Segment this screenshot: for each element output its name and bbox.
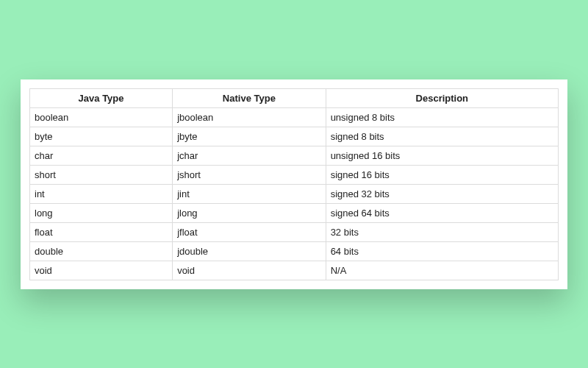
table-row: long jlong signed 64 bits (30, 203, 559, 222)
cell-description: signed 16 bits (326, 165, 558, 184)
cell-java-type: char (30, 146, 173, 165)
table-row: short jshort signed 16 bits (30, 165, 559, 184)
cell-description: N/A (326, 261, 558, 280)
cell-description: 64 bits (326, 241, 558, 261)
table-row: byte jbyte signed 8 bits (30, 127, 559, 146)
cell-description: 32 bits (326, 222, 558, 241)
table-row: void void N/A (30, 261, 559, 280)
cell-native-type: void (173, 261, 326, 280)
cell-native-type: jchar (173, 146, 326, 165)
cell-java-type: double (30, 241, 173, 261)
cell-native-type: jshort (173, 165, 326, 184)
cell-description: signed 64 bits (326, 203, 558, 222)
cell-java-type: boolean (30, 107, 173, 127)
cell-native-type: jfloat (173, 222, 326, 241)
cell-native-type: jlong (173, 203, 326, 222)
cell-java-type: float (30, 222, 173, 241)
cell-java-type: short (30, 165, 173, 184)
table-header-row: Java Type Native Type Description (30, 88, 559, 107)
cell-description: signed 32 bits (326, 184, 558, 203)
cell-description: unsigned 16 bits (326, 146, 558, 165)
table-row: char jchar unsigned 16 bits (30, 146, 559, 165)
cell-native-type: jdouble (173, 241, 326, 261)
cell-java-type: long (30, 203, 173, 222)
cell-java-type: void (30, 261, 173, 280)
col-header-native-type: Native Type (173, 88, 326, 107)
cell-java-type: byte (30, 127, 173, 146)
table-panel: Java Type Native Type Description boolea… (21, 79, 567, 289)
cell-native-type: jint (173, 184, 326, 203)
table-row: float jfloat 32 bits (30, 222, 559, 241)
col-header-java-type: Java Type (30, 88, 173, 107)
cell-java-type: int (30, 184, 173, 203)
cell-native-type: jboolean (173, 107, 326, 127)
cell-description: unsigned 8 bits (326, 107, 558, 127)
type-mapping-table: Java Type Native Type Description boolea… (29, 88, 559, 280)
table-row: int jint signed 32 bits (30, 184, 559, 203)
cell-native-type: jbyte (173, 127, 326, 146)
table-row: double jdouble 64 bits (30, 241, 559, 261)
cell-description: signed 8 bits (326, 127, 558, 146)
table-row: boolean jboolean unsigned 8 bits (30, 107, 559, 127)
col-header-description: Description (326, 88, 558, 107)
